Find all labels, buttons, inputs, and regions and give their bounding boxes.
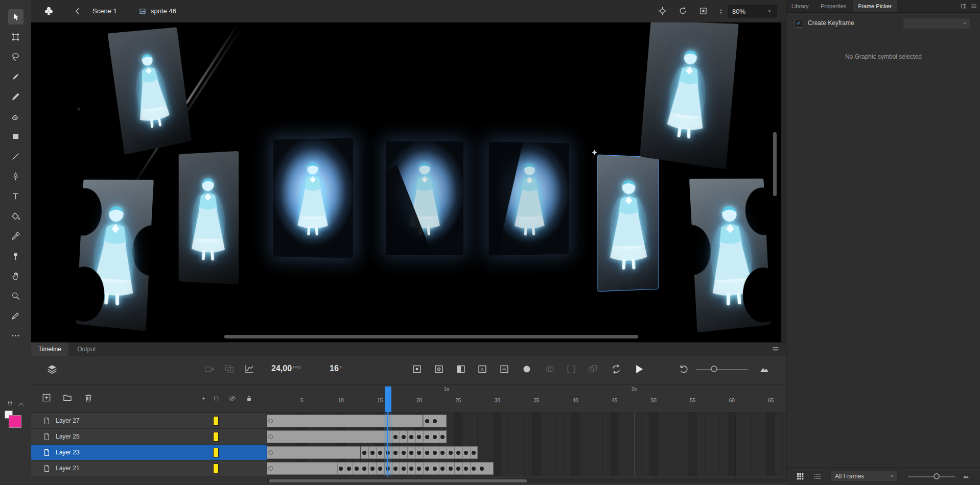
layer-outline-swatch[interactable]: [213, 448, 219, 457]
playhead[interactable]: [385, 386, 391, 412]
tools-toolbar: [0, 0, 32, 485]
layer-outline-swatch[interactable]: [213, 416, 219, 426]
classic-brush-tool[interactable]: [8, 89, 24, 104]
sprite-panel-selected[interactable]: [597, 155, 658, 292]
sprite-panel-1[interactable]: [107, 27, 192, 154]
frame-row[interactable]: [267, 460, 786, 476]
right-panel-tab-bar: Library Properties Frame Picker: [786, 0, 980, 13]
layer-outline-swatch[interactable]: [213, 464, 219, 473]
timeline-panel: Timeline Output 24,00FPS 16F A: [31, 342, 786, 485]
stage-canvas[interactable]: [31, 22, 781, 342]
eyedropper-tool[interactable]: [8, 228, 24, 244]
more-tools[interactable]: [8, 328, 24, 343]
zoom-value: 80%: [732, 8, 745, 15]
selection-tool[interactable]: [8, 9, 24, 25]
sprite-panel-9[interactable]: [640, 22, 739, 169]
create-keyframe-checkbox[interactable]: ✓: [795, 19, 803, 28]
layer-icon: [42, 448, 51, 457]
timeline-horizontal-scrollbar[interactable]: [267, 478, 786, 483]
zoom-tool[interactable]: [8, 288, 24, 303]
stage-vertical-scrollbar[interactable]: [773, 132, 777, 196]
frame-row[interactable]: [267, 413, 786, 429]
frames-filter-select[interactable]: All Frames: [830, 471, 898, 482]
layer-name: Layer 25: [56, 429, 80, 444]
rectangle-tool[interactable]: [8, 129, 24, 144]
layer-row-layer-27[interactable]: Layer 27: [31, 413, 267, 429]
frame-row[interactable]: [267, 429, 786, 445]
grid-view-icon[interactable]: [796, 472, 805, 481]
frames-filter-value: All Frames: [835, 473, 864, 480]
lasso-tool[interactable]: [8, 49, 24, 64]
transform-anchor-icon[interactable]: [591, 149, 598, 156]
layer-outline-swatch[interactable]: [213, 432, 219, 442]
layer-row-layer-21[interactable]: Layer 21: [31, 460, 267, 476]
dropdown-caret-icon: [961, 20, 968, 27]
frame-picker-footer: All Frames: [786, 467, 980, 485]
create-keyframe-label: Create Keyframe: [808, 17, 854, 29]
layer-icon: [42, 432, 51, 441]
fill-color-swatch[interactable]: [9, 415, 21, 428]
layer-name: Layer 27: [56, 413, 80, 428]
hand-tool[interactable]: [8, 268, 24, 283]
sprite-panel-6[interactable]: [489, 141, 569, 255]
layer-name: Layer 21: [56, 460, 80, 476]
zoom-level-select[interactable]: 80%: [728, 5, 777, 18]
tab-properties[interactable]: Properties: [815, 0, 851, 12]
edit-bar: Scene 1 sprite 46 80%: [31, 0, 786, 23]
panel-menu-icon[interactable]: [970, 3, 977, 10]
fluid-brush-tool[interactable]: [8, 69, 24, 84]
frame-rows[interactable]: [267, 343, 786, 485]
clip-content-icon[interactable]: [698, 6, 708, 16]
list-view-icon[interactable]: [813, 472, 822, 481]
layer-name: Layer 23: [56, 445, 80, 460]
create-keyframe-row: ✓ Create Keyframe: [791, 17, 975, 30]
pencil-tool[interactable]: [8, 308, 24, 323]
layer-list: Layer 27Layer 25Layer 23Layer 21: [31, 343, 267, 485]
snap-magnet-icon[interactable]: [6, 400, 14, 408]
sprite-panel-2[interactable]: [76, 180, 154, 331]
zoom-caret-icon: [766, 8, 773, 15]
breadcrumb-scene[interactable]: Scene 1: [92, 0, 117, 22]
transform-anchor-icon: [76, 106, 82, 112]
frame-size-icon[interactable]: [962, 472, 970, 480]
pen-tool[interactable]: [8, 168, 24, 184]
zoom-stepper-icon[interactable]: [718, 7, 724, 16]
collapse-panel-icon[interactable]: [960, 3, 967, 10]
layer-row-layer-23[interactable]: Layer 23: [31, 445, 267, 460]
color-swatches: [5, 410, 28, 432]
eraser-tool[interactable]: [8, 109, 24, 124]
layer-icon: [42, 464, 51, 473]
sprite-panel-4[interactable]: [273, 138, 353, 258]
document-club-icon: [43, 6, 54, 16]
sprite-panel-8[interactable]: [689, 179, 771, 333]
playhead-line: [387, 412, 388, 476]
paint-bucket-tool[interactable]: [8, 208, 24, 224]
line-tool[interactable]: [8, 149, 24, 164]
animate-app-window: Scene 1 sprite 46 80%: [0, 0, 980, 485]
free-transform-tool[interactable]: [8, 29, 24, 44]
thumbnail-size-knob[interactable]: [934, 473, 940, 479]
right-panel: Library Properties Frame Picker ✓ Create…: [786, 0, 980, 485]
stage-horizontal-scrollbar[interactable]: [224, 335, 638, 338]
center-stage-icon[interactable]: [658, 6, 667, 16]
thumbnail-size-slider[interactable]: [908, 476, 955, 477]
rotation-icon[interactable]: [678, 6, 688, 16]
back-button[interactable]: [73, 7, 82, 16]
sprite-panel-5[interactable]: [386, 141, 463, 255]
layer-icon: [42, 417, 51, 425]
asset-warp-tool[interactable]: [8, 248, 24, 263]
text-tool[interactable]: [8, 188, 24, 204]
smoothing-icon[interactable]: [17, 400, 25, 408]
tab-frame-picker[interactable]: Frame Picker: [853, 0, 896, 12]
filter-caret-icon: [889, 473, 896, 480]
sprite-panel-3[interactable]: [179, 151, 239, 284]
layer-row-layer-25[interactable]: Layer 25: [31, 429, 267, 445]
tab-library[interactable]: Library: [786, 0, 814, 12]
frame-row[interactable]: [267, 445, 786, 460]
breadcrumb-symbol[interactable]: sprite 46: [151, 0, 176, 22]
symbol-dropdown[interactable]: [903, 18, 970, 29]
empty-state-message: No Graphic symbol selected: [786, 53, 980, 60]
graphic-symbol-icon: [138, 7, 147, 15]
